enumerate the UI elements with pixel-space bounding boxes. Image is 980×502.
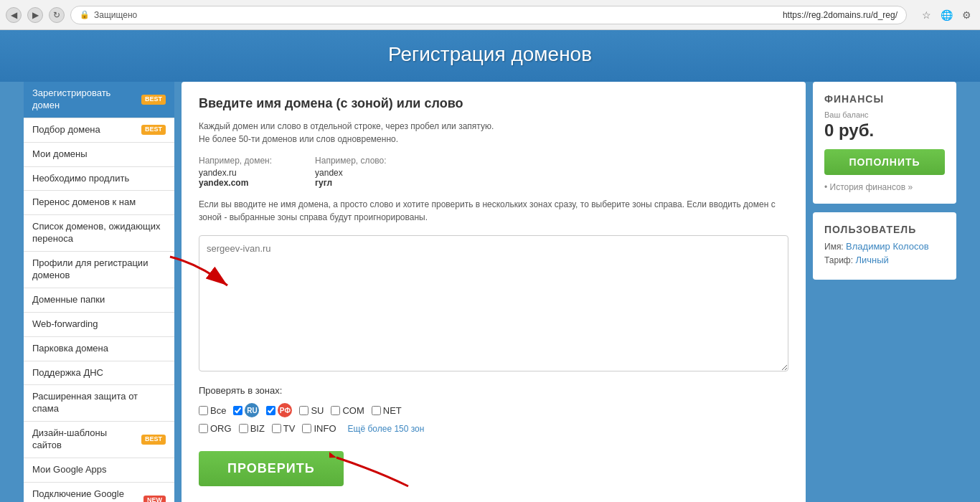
- forward-button[interactable]: ▶: [27, 7, 43, 23]
- user-title: ПОЛЬЗОВАТЕЛЬ: [824, 224, 945, 235]
- finance-history-link[interactable]: • История финансов »: [824, 182, 945, 192]
- zone-net-checkbox[interactable]: [372, 406, 381, 415]
- zone-com-label[interactable]: COM: [342, 405, 364, 416]
- sidebar-item-label: Web-forwarding: [32, 318, 98, 331]
- zone-org-label[interactable]: ORG: [210, 423, 232, 434]
- badge-best-1: BEST: [141, 125, 166, 135]
- page-wrapper: Регистрация доменов Зарегистрировать дом…: [0, 30, 980, 502]
- zone-tv-label[interactable]: TV: [283, 423, 296, 434]
- zone-tv-checkbox[interactable]: [272, 424, 281, 433]
- sidebar-item-profiles[interactable]: Профили для регистрации доменов: [24, 252, 174, 288]
- sidebar-item-folders[interactable]: Доменные папки: [24, 288, 174, 313]
- badge-best-12: BEST: [141, 435, 166, 445]
- zone-org: ORG: [199, 423, 232, 434]
- tariff-link[interactable]: Личный: [855, 255, 888, 265]
- extension-icon[interactable]: ⚙: [958, 7, 974, 23]
- main-panel: Введите имя домена (с зоной) или слово К…: [182, 82, 806, 502]
- star-icon[interactable]: ☆: [918, 7, 934, 23]
- badge-best-0: BEST: [141, 95, 166, 105]
- sidebar-item-transfer[interactable]: Перенос доменов к нам: [24, 191, 174, 215]
- sidebar-item-label: Доменные папки: [32, 294, 105, 306]
- example-domain-col: Например, домен: yandex.ru yandex.com: [199, 156, 272, 188]
- zone-tv: TV: [272, 423, 296, 434]
- reload-button[interactable]: ↻: [49, 7, 65, 23]
- tariff-row: Тариф: Личный: [824, 255, 945, 265]
- tariff-label: Тариф:: [824, 255, 853, 265]
- sidebar-item-label: Поддержка ДНС: [32, 367, 103, 379]
- topup-button[interactable]: ПОПОЛНИТЬ: [824, 149, 945, 175]
- sidebar-item-label: Парковка домена: [32, 343, 108, 355]
- secure-label: Защищено: [94, 10, 778, 20]
- content-area: Зарегистрировать домен BEST Подбор домен…: [9, 82, 971, 502]
- user-name-row: Имя: Владимир Колосов: [824, 241, 945, 252]
- zones-label: Проверять в зонах:: [199, 385, 788, 396]
- sidebar-item-spam[interactable]: Расширенная защита от спама: [24, 385, 174, 422]
- description-line1: Каждый домен или слово в отдельной строк…: [199, 121, 494, 131]
- badge-new-14: NEW: [143, 496, 166, 502]
- sidebar-item-label: Подбор домена: [32, 124, 100, 136]
- zone-biz-checkbox[interactable]: [239, 424, 248, 433]
- zone-su-label[interactable]: SU: [311, 405, 324, 416]
- examples-row: Например, домен: yandex.ru yandex.com На…: [199, 156, 788, 188]
- example-domain-2: yandex.com: [199, 178, 272, 188]
- zone-ru-badge: RU: [245, 403, 259, 417]
- user-name-link[interactable]: Владимир Колосов: [846, 241, 929, 252]
- sidebar-item-pick[interactable]: Подбор домена BEST: [24, 118, 174, 143]
- address-bar[interactable]: 🔒 Защищено https://reg.2domains.ru/d_reg…: [70, 6, 907, 24]
- zone-info-label[interactable]: INFO: [314, 423, 336, 434]
- sidebar-item-forwarding[interactable]: Web-forwarding: [24, 313, 174, 337]
- sidebar-item-label: Список доменов, ожидающих переноса: [32, 221, 166, 245]
- globe-icon[interactable]: 🌐: [938, 7, 954, 23]
- user-panel: ПОЛЬЗОВАТЕЛЬ Имя: Владимир Колосов Тариф…: [813, 212, 956, 280]
- zone-all-label[interactable]: Все: [210, 405, 226, 416]
- finances-title: ФИНАНСЫ: [824, 93, 945, 105]
- right-sidebar: ФИНАНСЫ Ваш баланс 0 руб. ПОПОЛНИТЬ • Ис…: [813, 82, 956, 502]
- example-domain-label: Например, домен:: [199, 156, 272, 166]
- sidebar-item-label: Перенос доменов к нам: [32, 196, 136, 209]
- zone-rf-checkbox[interactable]: [266, 406, 275, 415]
- sidebar-item-connect-google[interactable]: Подключение Google Apps NEW: [24, 483, 174, 502]
- check-button[interactable]: ПРОВЕРИТЬ: [199, 451, 344, 486]
- zone-biz-label[interactable]: BIZ: [250, 423, 265, 434]
- zone-su-checkbox[interactable]: [299, 406, 308, 415]
- zones-section: Проверять в зонах: Все RU РФ: [199, 385, 788, 434]
- url-text: https://reg.2domains.ru/d_reg/: [783, 10, 897, 20]
- sidebar-item-label: Мои Google Apps: [32, 464, 107, 476]
- zone-all: Все: [199, 405, 226, 416]
- zone-net-label[interactable]: NET: [383, 405, 402, 416]
- sidebar: Зарегистрировать домен BEST Подбор домен…: [24, 82, 174, 502]
- zone-all-checkbox[interactable]: [199, 406, 208, 415]
- sidebar-item-renew[interactable]: Необходимо продлить: [24, 167, 174, 191]
- panel-description: Каждый домен или слово в отдельной строк…: [199, 120, 788, 146]
- zone-biz: BIZ: [239, 423, 265, 434]
- domain-input[interactable]: [199, 235, 788, 371]
- back-button[interactable]: ◀: [6, 7, 22, 23]
- sidebar-item-label: Подключение Google Apps: [32, 488, 141, 502]
- panel-title: Введите имя домена (с зоной) или слово: [199, 96, 788, 111]
- sidebar-item-my-domains[interactable]: Мои домены: [24, 143, 174, 167]
- sidebar-item-parking[interactable]: Парковка домена: [24, 337, 174, 361]
- sidebar-item-label: Зарегистрировать домен: [32, 87, 138, 112]
- user-name-label: Имя:: [824, 242, 844, 252]
- zone-com-checkbox[interactable]: [331, 406, 340, 415]
- more-zones-link[interactable]: Ещё более 150 зон: [348, 424, 425, 434]
- example-word-2: гугл: [315, 178, 387, 188]
- zone-org-checkbox[interactable]: [199, 424, 208, 433]
- zone-su: SU: [299, 405, 324, 416]
- balance-value: 0 руб.: [824, 120, 945, 141]
- balance-label: Ваш баланс: [824, 110, 945, 119]
- zones-row-2: ORG BIZ TV INFO Ещё более 150 зон: [199, 423, 788, 434]
- sidebar-item-google-apps[interactable]: Мои Google Apps: [24, 458, 174, 483]
- zone-ru-checkbox[interactable]: [233, 406, 242, 415]
- sidebar-item-dns[interactable]: Поддержка ДНС: [24, 361, 174, 386]
- sidebar-item-label: Расширенная защита от спама: [32, 391, 166, 415]
- finances-panel: ФИНАНСЫ Ваш баланс 0 руб. ПОПОЛНИТЬ • Ис…: [813, 82, 956, 204]
- zone-info-checkbox[interactable]: [302, 424, 311, 433]
- browser-actions: ☆ 🌐 ⚙: [918, 7, 974, 23]
- sidebar-item-label: Профили для регистрации доменов: [32, 257, 166, 282]
- zone-ru: RU: [233, 403, 259, 417]
- sidebar-item-register[interactable]: Зарегистрировать домен BEST: [24, 82, 174, 118]
- sidebar-item-transfer-list[interactable]: Список доменов, ожидающих переноса: [24, 215, 174, 252]
- sidebar-item-templates[interactable]: Дизайн-шаблоны сайтов BEST: [24, 422, 174, 458]
- lock-icon: 🔒: [80, 10, 90, 19]
